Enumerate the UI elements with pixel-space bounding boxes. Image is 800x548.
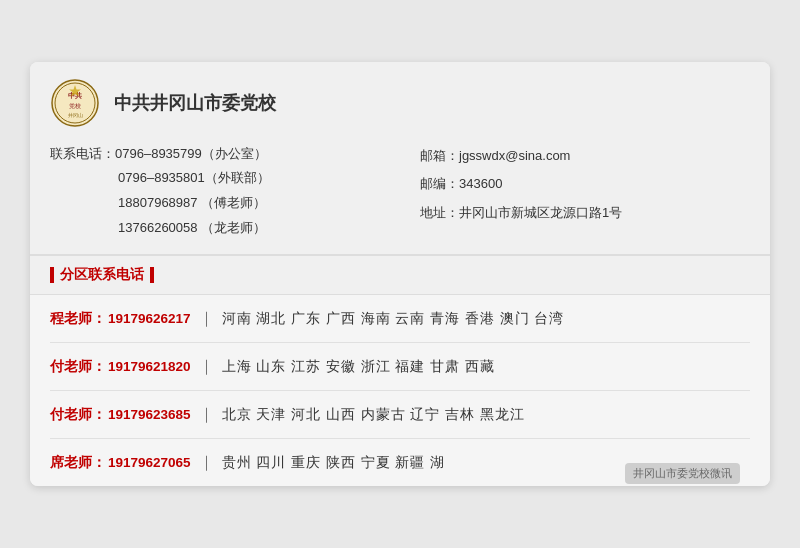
divider-bar-left	[50, 267, 54, 283]
main-card: 中共 党校 井冈山 中共井冈山市委党校 联系电话： 0796–8935799（办…	[30, 62, 770, 487]
address-line: 地址： 井冈山市新城区龙源口路1号	[420, 199, 750, 228]
phone-1: 0796–8935799（办公室）	[115, 142, 267, 167]
address-label: 地址：	[420, 199, 459, 228]
phone-region-2: 19179621820	[108, 359, 191, 374]
regions-1: 河南 湖北 广东 广西 海南 云南 青海 香港 澳门 台湾	[222, 310, 565, 328]
teacher-name-1: 程老师：	[50, 310, 106, 328]
region-rows: 程老师： 19179626217 ｜ 河南 湖北 广东 广西 海南 云南 青海 …	[30, 295, 770, 486]
email-label: 邮箱：	[420, 142, 459, 171]
separator-2: ｜	[199, 357, 214, 376]
phone-region-3: 19179623685	[108, 407, 191, 422]
separator-1: ｜	[199, 309, 214, 328]
separator-4: ｜	[199, 453, 214, 472]
contact-line-1: 联系电话： 0796–8935799（办公室）	[50, 142, 400, 167]
divider-bar-right	[150, 267, 154, 283]
teacher-name-2: 付老师：	[50, 358, 106, 376]
postcode-line: 邮编： 343600	[420, 170, 750, 199]
contact-grid: 联系电话： 0796–8935799（办公室） 0796–8935801（外联部…	[50, 142, 750, 241]
contact-phone-label: 联系电话：	[50, 142, 115, 167]
phone-3: 18807968987 （傅老师）	[118, 191, 266, 216]
section-title: 分区联系电话	[60, 266, 144, 284]
contact-line-4: 13766260058 （龙老师）	[50, 216, 400, 241]
header-section: 中共 党校 井冈山 中共井冈山市委党校 联系电话： 0796–8935799（办…	[30, 62, 770, 256]
region-row-3: 付老师： 19179623685 ｜ 北京 天津 河北 山西 内蒙古 辽宁 吉林…	[50, 391, 750, 439]
phone-region-4: 19179627065	[108, 455, 191, 470]
address-value: 井冈山市新城区龙源口路1号	[459, 199, 622, 228]
separator-3: ｜	[199, 405, 214, 424]
region-row-4: 席老师： 19179627065 ｜ 贵州 四川 重庆 陕西 宁夏 新疆 湖 井…	[50, 439, 750, 486]
section-divider: 分区联系电话	[30, 255, 770, 295]
contact-right: 邮箱： jgsswdx@sina.com 邮编： 343600 地址： 井冈山市…	[400, 142, 750, 241]
phone-2: 0796–8935801（外联部）	[118, 166, 270, 191]
postcode-label: 邮编：	[420, 170, 459, 199]
teacher-name-4: 席老师：	[50, 454, 106, 472]
region-row-2: 付老师： 19179621820 ｜ 上海 山东 江苏 安徽 浙江 福建 甘肃 …	[50, 343, 750, 391]
svg-text:井冈山: 井冈山	[68, 112, 83, 118]
svg-text:党校: 党校	[69, 103, 81, 109]
email-value: jgsswdx@sina.com	[459, 142, 570, 171]
contact-line-2: 0796–8935801（外联部）	[50, 166, 400, 191]
phone-4: 13766260058 （龙老师）	[118, 216, 266, 241]
watermark: 井冈山市委党校微讯	[625, 463, 740, 484]
regions-2: 上海 山东 江苏 安徽 浙江 福建 甘肃 西藏	[222, 358, 495, 376]
org-title: 中共井冈山市委党校	[114, 91, 276, 115]
phone-region-1: 19179626217	[108, 311, 191, 326]
org-header: 中共 党校 井冈山 中共井冈山市委党校	[50, 78, 750, 128]
email-line: 邮箱： jgsswdx@sina.com	[420, 142, 750, 171]
postcode-value: 343600	[459, 170, 502, 199]
teacher-name-3: 付老师：	[50, 406, 106, 424]
contact-line-3: 18807968987 （傅老师）	[50, 191, 400, 216]
org-logo-icon: 中共 党校 井冈山	[50, 78, 100, 128]
region-row-1: 程老师： 19179626217 ｜ 河南 湖北 广东 广西 海南 云南 青海 …	[50, 295, 750, 343]
regions-3: 北京 天津 河北 山西 内蒙古 辽宁 吉林 黑龙江	[222, 406, 525, 424]
contact-left: 联系电话： 0796–8935799（办公室） 0796–8935801（外联部…	[50, 142, 400, 241]
regions-4: 贵州 四川 重庆 陕西 宁夏 新疆 湖	[222, 454, 446, 472]
